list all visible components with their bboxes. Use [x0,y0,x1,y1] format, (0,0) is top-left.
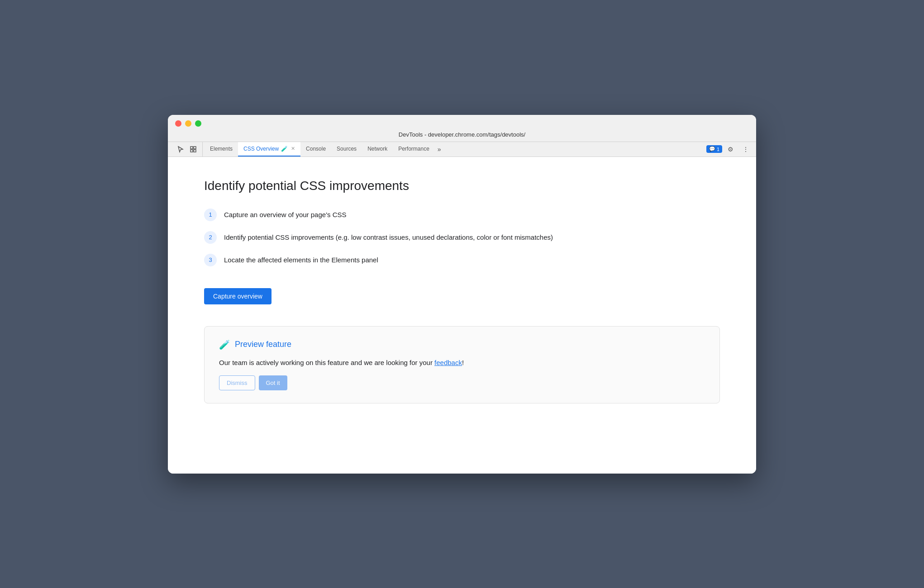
tab-css-overview[interactable]: CSS Overview 🧪 ✕ [238,142,300,156]
step-number-2: 2 [204,231,217,244]
main-content: Identify potential CSS improvements 1 Ca… [168,157,756,474]
capture-overview-button[interactable]: Capture overview [204,288,271,304]
inspector-icon[interactable] [188,142,199,156]
flask-tab-icon: 🧪 [281,146,288,152]
step-text-3: Locate the affected elements in the Elem… [224,253,378,266]
ellipsis-icon: ⋮ [743,146,749,153]
step-text-1: Capture an overview of your page's CSS [224,208,347,220]
tab-elements[interactable]: Elements [205,142,238,156]
preview-title: Preview feature [235,340,291,349]
devtools-tab-bar: Elements CSS Overview 🧪 ✕ Console Source… [168,142,756,157]
steps-list: 1 Capture an overview of your page's CSS… [204,208,720,266]
settings-button[interactable]: ⚙ [724,143,737,156]
preview-text-before: Our team is actively working on this fea… [219,359,434,366]
tab-performance[interactable]: Performance [393,142,435,156]
preview-text-end: ! [462,359,464,366]
preview-action-button[interactable]: Got it [259,375,287,390]
preview-flask-icon: 🧪 [219,339,230,350]
notification-badge[interactable]: 💬 1 [706,145,722,153]
tab-actions: 💬 1 ⚙ ⋮ [706,142,753,156]
step-number-1: 1 [204,209,217,221]
tab-close-icon[interactable]: ✕ [291,146,295,152]
url-text: DevTools - developer.chrome.com/tags/dev… [399,131,525,138]
preview-card: 🧪 Preview feature Our team is actively w… [204,326,720,403]
step-item-1: 1 Capture an overview of your page's CSS [204,208,720,221]
maximize-button[interactable] [195,120,201,127]
title-bar: DevTools - developer.chrome.com/tags/dev… [168,115,756,142]
cursor-icon[interactable] [175,142,186,156]
page-title: Identify potential CSS improvements [204,179,720,193]
svg-rect-0 [191,147,193,149]
more-options-button[interactable]: ⋮ [739,143,753,156]
preview-dismiss-button[interactable]: Dismiss [219,375,255,390]
minimize-button[interactable] [185,120,191,127]
step-number-3: 3 [204,254,217,266]
preview-header: 🧪 Preview feature [219,339,705,350]
gear-icon: ⚙ [728,146,733,153]
chat-icon: 💬 [709,146,715,152]
tab-icon-group [171,142,203,156]
step-text-2: Identify potential CSS improvements (e.g… [224,230,553,243]
svg-rect-1 [194,147,196,149]
more-tabs-button[interactable]: » [435,142,444,156]
tab-sources[interactable]: Sources [331,142,362,156]
url-bar: DevTools - developer.chrome.com/tags/dev… [175,131,749,142]
window-controls [175,120,749,127]
tab-network[interactable]: Network [362,142,393,156]
feedback-link[interactable]: feedback [434,359,462,366]
svg-rect-2 [191,150,193,152]
step-item-3: 3 Locate the affected elements in the El… [204,253,720,266]
browser-window: DevTools - developer.chrome.com/tags/dev… [168,115,756,474]
close-button[interactable] [175,120,181,127]
preview-action-buttons: Dismiss Got it [219,375,705,390]
svg-rect-3 [194,150,196,152]
step-item-2: 2 Identify potential CSS improvements (e… [204,230,720,244]
tab-console[interactable]: Console [300,142,331,156]
preview-description: Our team is actively working on this fea… [219,357,705,368]
